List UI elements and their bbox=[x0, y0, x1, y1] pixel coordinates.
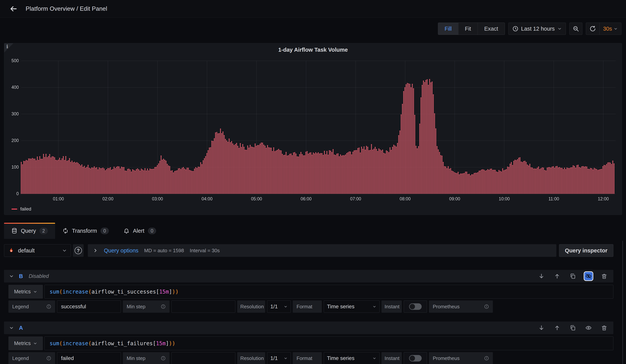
chevron-down-icon bbox=[284, 305, 288, 309]
query-inspector-button[interactable]: Query inspector bbox=[559, 244, 613, 257]
collapse-chevron-icon[interactable] bbox=[9, 325, 14, 330]
resolution-value: 1/1 bbox=[270, 355, 278, 361]
info-circle-icon[interactable] bbox=[161, 304, 166, 309]
move-query-up-button[interactable] bbox=[553, 324, 561, 332]
display-mode-fit[interactable]: Fit bbox=[458, 23, 477, 35]
metrics-label: Metrics bbox=[14, 289, 31, 295]
query-a-actions bbox=[537, 324, 608, 332]
edit-tabs: Query 2 Transform 0 Alert 0 bbox=[4, 223, 163, 239]
legend-field-label: Legend bbox=[8, 352, 55, 364]
datasource-picker[interactable]: default bbox=[4, 244, 71, 257]
chevron-down-icon bbox=[33, 341, 37, 345]
metrics-dropdown[interactable]: Metrics bbox=[8, 285, 43, 299]
tab-alert[interactable]: Alert 0 bbox=[116, 223, 163, 239]
back-button[interactable] bbox=[9, 4, 18, 13]
tab-transform-label: Transform bbox=[72, 228, 97, 234]
arrow-up-icon bbox=[554, 273, 560, 279]
trash-icon bbox=[601, 273, 607, 279]
info-circle-icon[interactable] bbox=[484, 304, 489, 309]
min-step-field-label: Min step bbox=[123, 300, 169, 313]
arrow-up-icon bbox=[554, 325, 560, 331]
query-b-actions bbox=[537, 272, 608, 280]
query-b-header[interactable]: B Disabled bbox=[4, 270, 613, 283]
query-a-body: Metrics sum(increase(airflow_ti_failures… bbox=[4, 336, 613, 364]
datasource-help-button[interactable]: ? bbox=[73, 244, 84, 257]
promql-expression-input[interactable]: sum(increase(airflow_ti_successes[15m])) bbox=[44, 285, 613, 299]
format-label-text: Format bbox=[297, 304, 312, 310]
eye-icon bbox=[586, 325, 591, 331]
min-step-label-text: Min step bbox=[127, 304, 145, 310]
tab-alert-label: Alert bbox=[133, 228, 144, 234]
resolution-select[interactable]: 1/1 bbox=[267, 300, 291, 313]
scrollbar-track[interactable] bbox=[622, 241, 623, 364]
chevron-down-icon bbox=[614, 27, 618, 31]
format-select[interactable]: Time series bbox=[324, 300, 380, 313]
datasource-type-text: Prometheus bbox=[433, 355, 460, 361]
resolution-field-label: Resolution bbox=[237, 300, 265, 313]
legend-item-failed[interactable]: failed bbox=[11, 206, 31, 212]
query-b-expression-row: Metrics sum(increase(airflow_ti_successe… bbox=[8, 285, 613, 299]
toggle-query-visibility-button[interactable] bbox=[584, 324, 593, 332]
legend-input[interactable] bbox=[57, 352, 121, 364]
min-step-input[interactable] bbox=[171, 352, 235, 364]
query-options-bar: Query options MD = auto = 1598 Interval … bbox=[88, 244, 556, 257]
tab-query[interactable]: Query 2 bbox=[4, 223, 55, 239]
arrow-left-icon bbox=[9, 4, 18, 13]
metrics-dropdown[interactable]: Metrics bbox=[8, 336, 43, 350]
tab-alert-count: 0 bbox=[148, 228, 156, 234]
chart-panel: i 1-day Airflow Task Volume 010020030040… bbox=[4, 43, 622, 215]
promql-expression-input[interactable]: sum(increase(airflow_ti_failures[15m])) bbox=[44, 336, 613, 350]
resolution-select[interactable]: 1/1 bbox=[267, 352, 291, 364]
y-tick-label: 200 bbox=[4, 138, 19, 143]
query-options-link[interactable]: Query options bbox=[104, 247, 139, 254]
zoom-out-icon bbox=[573, 25, 579, 32]
format-select[interactable]: Time series bbox=[324, 352, 380, 364]
collapse-chevron-icon[interactable] bbox=[9, 274, 14, 279]
x-tick-label: 10:00 bbox=[493, 196, 516, 202]
query-row-b: B Disabled bbox=[4, 270, 613, 313]
duplicate-query-button[interactable] bbox=[569, 324, 577, 332]
delete-query-button[interactable] bbox=[600, 272, 608, 280]
info-circle-icon[interactable] bbox=[161, 356, 166, 361]
resolution-label-text: Resolution bbox=[240, 304, 264, 310]
y-tick-label: 0 bbox=[4, 191, 19, 196]
min-step-input[interactable] bbox=[171, 300, 235, 313]
query-a-header[interactable]: A bbox=[4, 322, 613, 334]
toggle-knob bbox=[410, 304, 415, 309]
tab-transform[interactable]: Transform 0 bbox=[55, 223, 116, 239]
time-range-picker[interactable]: Last 12 hours bbox=[508, 23, 566, 35]
help-icon: ? bbox=[75, 247, 82, 254]
move-query-down-button[interactable] bbox=[537, 324, 546, 332]
x-tick-label: 06:00 bbox=[295, 196, 317, 202]
datasource-name: default bbox=[18, 247, 59, 254]
display-mode-fill[interactable]: Fill bbox=[438, 23, 458, 35]
x-tick-label: 04:00 bbox=[196, 196, 219, 202]
query-toolbar: default ? Query options MD = auto = 1598… bbox=[4, 244, 613, 257]
arrow-down-icon bbox=[538, 325, 545, 331]
instant-toggle[interactable] bbox=[404, 352, 427, 364]
toggle-query-visibility-button[interactable] bbox=[584, 272, 593, 280]
info-circle-icon[interactable] bbox=[46, 356, 51, 361]
trash-icon bbox=[601, 325, 607, 331]
x-tick-label: 07:00 bbox=[344, 196, 367, 202]
chart-canvas[interactable] bbox=[4, 43, 622, 215]
zoom-out-button[interactable] bbox=[569, 23, 582, 35]
move-query-down-button[interactable] bbox=[537, 272, 546, 280]
info-circle-icon[interactable] bbox=[46, 304, 51, 309]
instant-toggle[interactable] bbox=[404, 300, 427, 313]
refresh-interval-dropdown[interactable]: 30s bbox=[599, 23, 621, 35]
delete-query-button[interactable] bbox=[600, 324, 608, 332]
info-circle-icon[interactable] bbox=[484, 356, 489, 361]
refresh-button[interactable] bbox=[586, 23, 599, 35]
x-tick-label: 01:00 bbox=[47, 196, 70, 202]
duplicate-query-button[interactable] bbox=[569, 272, 577, 280]
datasource-type-label: Prometheus bbox=[429, 300, 493, 313]
chevron-down-icon bbox=[62, 248, 67, 253]
display-mode-exact[interactable]: Exact bbox=[477, 23, 505, 35]
instant-field-label: Instant bbox=[382, 300, 402, 313]
legend-input[interactable] bbox=[57, 300, 121, 313]
refresh-icon bbox=[589, 25, 596, 32]
metrics-label: Metrics bbox=[14, 340, 31, 346]
query-b-options-row: Legend Min step Resolution 1 bbox=[8, 300, 613, 313]
move-query-up-button[interactable] bbox=[553, 272, 561, 280]
